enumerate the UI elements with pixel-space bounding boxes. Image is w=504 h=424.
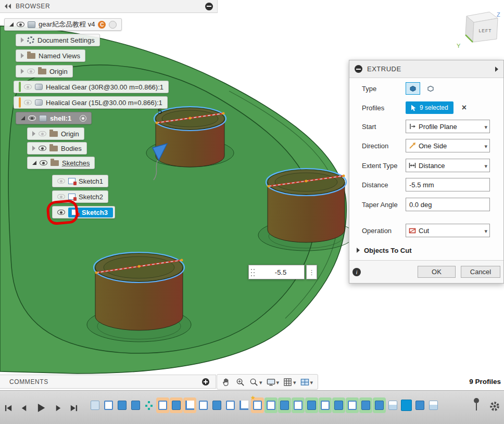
direction-dropdown[interactable]: One Side <box>406 139 490 152</box>
start-dropdown[interactable]: Profile Plane <box>406 120 490 133</box>
visibility-eye-off-icon[interactable] <box>24 84 32 89</box>
visibility-eye-icon[interactable] <box>39 146 46 151</box>
expander-closed-icon[interactable] <box>357 248 360 253</box>
plane-feature[interactable] <box>238 399 249 412</box>
viewcube-graphic[interactable]: LEFT Y Z <box>451 3 503 55</box>
circular-pattern-feature[interactable] <box>144 399 155 412</box>
browser-item-sketches[interactable]: Sketches <box>27 157 95 169</box>
visibility-eye-off-icon[interactable] <box>24 100 32 105</box>
visibility-eye-off-icon[interactable] <box>57 194 65 199</box>
zoom-icon[interactable] <box>249 377 259 387</box>
sketch-feature[interactable] <box>157 399 168 412</box>
sketch-feature[interactable] <box>225 399 236 412</box>
extent-dropdown[interactable]: Distance <box>406 159 490 172</box>
add-comment-icon[interactable] <box>202 378 209 386</box>
ok-button[interactable]: OK <box>418 266 456 278</box>
browser-item-bodies[interactable]: Bodies <box>27 142 87 155</box>
extrude-feature[interactable] <box>360 399 371 412</box>
expander-open-icon[interactable] <box>32 161 36 165</box>
extrude-feature[interactable] <box>117 399 128 412</box>
sketch-feature[interactable] <box>320 399 331 412</box>
expander-closed-icon[interactable] <box>21 37 24 43</box>
skip-to-start-button[interactable] <box>4 404 13 413</box>
browser-item-helical-gear-30r[interactable]: Healical Gear (30R@30.00 m=0.866):1 <box>14 81 169 93</box>
visibility-eye-off-icon[interactable] <box>27 69 35 74</box>
browser-item-origin[interactable]: Origin <box>16 65 73 78</box>
panel-collapse-left-icon[interactable] <box>4 3 11 9</box>
plane-feature[interactable] <box>184 399 195 412</box>
extrude-feature[interactable] <box>130 399 141 412</box>
expander-closed-icon[interactable] <box>21 53 24 58</box>
expander-open-icon[interactable] <box>21 116 25 120</box>
taper-angle-input[interactable] <box>406 198 490 211</box>
boss-cylinder-2[interactable] <box>258 169 354 251</box>
step-back-button[interactable] <box>20 404 29 413</box>
floating-distance-input[interactable] <box>257 268 304 277</box>
step-forward-button[interactable] <box>54 404 62 413</box>
extrude-feature[interactable] <box>374 399 385 412</box>
visibility-eye-icon[interactable] <box>17 22 24 27</box>
visibility-eye-off-icon[interactable] <box>57 178 65 184</box>
browser-collapse-icon[interactable] <box>205 3 213 10</box>
sketch-feature[interactable] <box>347 399 358 412</box>
document-feature[interactable] <box>387 399 398 412</box>
extrude-feature[interactable] <box>171 399 182 412</box>
browser-item-shell-origin[interactable]: Origin <box>27 127 84 140</box>
expander-open-icon[interactable] <box>9 22 14 27</box>
cancel-button[interactable]: Cancel <box>461 266 500 278</box>
more-options-icon[interactable] <box>306 265 317 279</box>
sketch-feature[interactable] <box>198 399 209 412</box>
visibility-eye-icon[interactable] <box>28 115 36 121</box>
visibility-eye-icon[interactable] <box>40 160 47 165</box>
dialog-dock-arrow-icon[interactable] <box>495 67 498 72</box>
zoom-window-icon[interactable] <box>235 377 245 387</box>
type-thin-button[interactable] <box>423 82 438 95</box>
browser-item-shell[interactable]: shell:1 <box>16 112 92 124</box>
chevron-down-icon[interactable] <box>310 377 313 387</box>
expander-closed-icon[interactable] <box>21 69 24 74</box>
visibility-eye-off-icon[interactable] <box>39 131 46 136</box>
distance-input[interactable] <box>406 178 490 191</box>
clear-selection-icon[interactable] <box>462 104 467 112</box>
drag-grip-icon[interactable] <box>249 265 257 279</box>
timeline-settings-gear-icon[interactable] <box>488 400 501 413</box>
browser-item-root[interactable]: gear紀念品教程 v4 C <box>4 18 122 31</box>
profiles-selected-button[interactable]: 9 selected <box>406 101 453 114</box>
expander-closed-icon[interactable] <box>32 146 35 151</box>
grid-icon[interactable] <box>283 377 293 387</box>
document-feature[interactable] <box>428 399 439 412</box>
extrude-dialog-header[interactable]: EXTRUDE <box>349 60 503 78</box>
extrude-feature[interactable] <box>306 399 317 412</box>
pan-hand-icon[interactable] <box>222 377 232 387</box>
chevron-down-icon[interactable] <box>276 377 280 387</box>
info-icon[interactable] <box>352 268 361 276</box>
extrude-feature[interactable] <box>414 399 425 412</box>
dialog-collapse-icon[interactable] <box>355 65 362 73</box>
active-extrude-feature[interactable] <box>401 399 412 412</box>
extrude-feature[interactable] <box>333 399 344 412</box>
timeline-marker-pin-icon[interactable] <box>473 397 480 413</box>
viewcube[interactable]: LEFT Y Z <box>451 3 503 55</box>
extrude-feature[interactable] <box>211 399 222 412</box>
viewports-icon[interactable] <box>300 377 310 387</box>
boss-cylinder-3[interactable] <box>87 252 191 342</box>
operation-dropdown[interactable]: Cut <box>406 224 490 237</box>
active-component-radio[interactable] <box>80 115 86 122</box>
objects-to-cut-section[interactable]: Objects To Cut <box>349 243 503 257</box>
type-solid-button[interactable] <box>406 82 420 95</box>
sketch-feature[interactable] <box>252 399 263 412</box>
extrude-feature[interactable] <box>279 399 290 412</box>
extrude-feature[interactable] <box>90 399 100 412</box>
chevron-down-icon[interactable] <box>293 377 296 387</box>
sketch-feature[interactable] <box>266 399 276 412</box>
browser-item-helical-gear-15l[interactable]: Healical Gear (15L@30.00 m=0.866):1 <box>14 96 168 109</box>
comments-bar[interactable]: COMMENTS <box>0 375 216 389</box>
expander-closed-icon[interactable] <box>32 131 35 136</box>
browser-item-document-settings[interactable]: Document Settings <box>16 34 100 46</box>
play-button[interactable] <box>35 402 47 414</box>
display-settings-icon[interactable] <box>266 377 276 387</box>
sketch-feature[interactable] <box>293 399 304 412</box>
skip-to-end-button[interactable] <box>69 404 78 413</box>
browser-item-named-views[interactable]: Named Views <box>16 49 85 62</box>
browser-item-sketch1[interactable]: Sketch1 <box>52 175 108 187</box>
